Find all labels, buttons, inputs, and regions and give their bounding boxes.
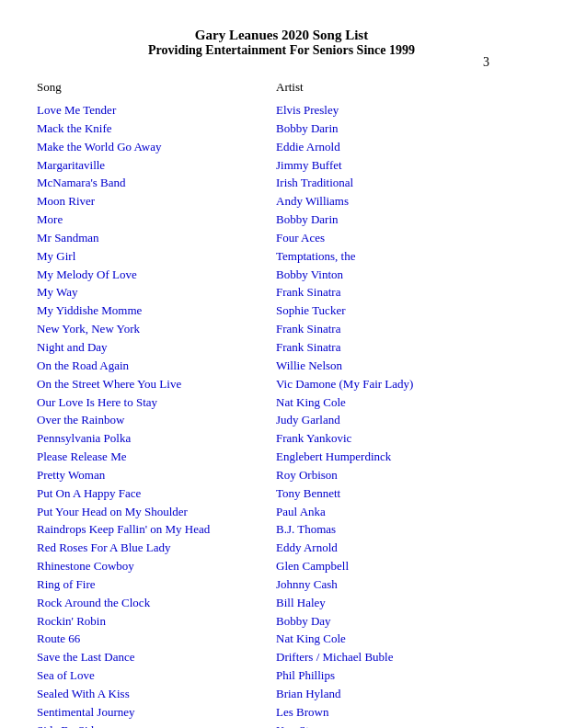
artist-name: Frank Sinatra [276, 339, 526, 357]
table-row: Moon RiverAndy Williams [37, 193, 526, 210]
song-name: Route 66 [37, 631, 276, 648]
artist-name: Paul Anka [276, 504, 526, 521]
artist-name: Brian Hyland [276, 686, 526, 703]
artist-name: Bobby Darin [276, 211, 526, 229]
table-row: Pretty WomanRoy Orbison [37, 467, 526, 484]
song-name: Our Love Is Here to Stay [37, 394, 276, 412]
table-row: On the Street Where You LiveVic Damone (… [37, 376, 526, 393]
table-row: Sentimental JourneyLes Brown [37, 704, 526, 722]
table-row: MoreBobby Darin [37, 211, 526, 229]
table-row: Rock Around the ClockBill Haley [37, 595, 526, 612]
song-name: Rockin' Robin [37, 613, 276, 631]
artist-name: Eddy Arnold [276, 540, 526, 557]
song-name: Please Release Me [37, 449, 276, 466]
artist-name: Irish Traditional [276, 175, 526, 192]
song-name: Sealed With A Kiss [37, 686, 276, 703]
artist-name: Roy Orbison [276, 467, 526, 484]
song-name: My Way [37, 284, 276, 301]
table-row: McNamara's BandIrish Traditional [37, 175, 526, 192]
artist-name: Glen Campbell [276, 558, 526, 575]
artist-name: Bobby Darin [276, 120, 526, 138]
song-name: Pennsylvania Polka [37, 430, 276, 448]
table-row: New York, New YorkFrank Sinatra [37, 321, 526, 338]
song-list: Love Me TenderElvis PresleyMack the Knif… [37, 102, 526, 728]
table-row: Put Your Head on My ShoulderPaul Anka [37, 504, 526, 521]
table-row: Night and DayFrank Sinatra [37, 339, 526, 357]
artist-name: Drifters / Michael Buble [276, 649, 526, 666]
song-name: Ring of Fire [37, 576, 276, 594]
song-name: Sentimental Journey [37, 704, 276, 722]
song-column-header: Song [37, 80, 276, 95]
page-header: Gary Leanues 2020 Song List Providing En… [37, 28, 526, 58]
song-name: Pretty Woman [37, 467, 276, 484]
song-name: Over the Rainbow [37, 412, 276, 429]
table-row: Make the World Go AwayEddie Arnold [37, 139, 526, 156]
song-name: On the Road Again [37, 358, 276, 375]
table-row: Ring of FireJohnny Cash [37, 576, 526, 594]
table-row: Mr SandmanFour Aces [37, 230, 526, 247]
song-name: On the Street Where You Live [37, 376, 276, 393]
table-row: Please Release MeEnglebert Humperdinck [37, 449, 526, 466]
page-title: Gary Leanues 2020 Song List [37, 28, 526, 43]
artist-name: Eddie Arnold [276, 139, 526, 156]
table-row: Mack the KnifeBobby Darin [37, 120, 526, 138]
song-name: Rock Around the Clock [37, 595, 276, 612]
artist-name: Frank Yankovic [276, 430, 526, 448]
table-row: Save the Last DanceDrifters / Michael Bu… [37, 649, 526, 666]
artist-name: Bobby Day [276, 613, 526, 631]
song-name: My Melody Of Love [37, 267, 276, 284]
song-name: Save the Last Dance [37, 649, 276, 666]
artist-name: Temptations, the [276, 248, 526, 266]
song-name: Love Me Tender [37, 102, 276, 119]
page-number: 3 [483, 55, 489, 70]
artist-name: Nat King Cole [276, 394, 526, 412]
table-row: Rockin' RobinBobby Day [37, 613, 526, 631]
song-name: Rhinestone Cowboy [37, 558, 276, 575]
table-row: My WayFrank Sinatra [37, 284, 526, 301]
artist-name: Les Brown [276, 704, 526, 722]
table-row: Route 66Nat King Cole [37, 631, 526, 648]
artist-name: B.J. Thomas [276, 521, 526, 539]
song-name: Put On A Happy Face [37, 485, 276, 503]
song-name: Margaritaville [37, 157, 276, 175]
page-subtitle: Providing Entertainment For Seniors Sinc… [37, 43, 526, 58]
artist-name: Bill Haley [276, 595, 526, 612]
artist-name: Jimmy Buffet [276, 157, 526, 175]
song-name: My Yiddishe Momme [37, 302, 276, 320]
table-row: MargaritavilleJimmy Buffet [37, 157, 526, 175]
table-row: On the Road AgainWillie Nelson [37, 358, 526, 375]
artist-name: Johnny Cash [276, 576, 526, 594]
song-name: McNamara's Band [37, 175, 276, 192]
artist-name: Willie Nelson [276, 358, 526, 375]
table-row: Side By SideKay Starr [37, 722, 526, 728]
song-name: Night and Day [37, 339, 276, 357]
artist-name: Andy Williams [276, 193, 526, 210]
table-row: Sea of LovePhil Phillips [37, 667, 526, 685]
artist-name: Bobby Vinton [276, 267, 526, 284]
song-name: Moon River [37, 193, 276, 210]
table-row: Love Me TenderElvis Presley [37, 102, 526, 119]
song-name: Raindrops Keep Fallin' on My Head [37, 521, 276, 539]
table-row: Raindrops Keep Fallin' on My HeadB.J. Th… [37, 521, 526, 539]
table-row: Put On A Happy FaceTony Bennett [37, 485, 526, 503]
artist-name: Frank Sinatra [276, 321, 526, 338]
song-name: Side By Side [37, 722, 276, 728]
song-name: Mack the Knife [37, 120, 276, 138]
song-name: Make the World Go Away [37, 139, 276, 156]
artist-name: Tony Bennett [276, 485, 526, 503]
artist-name: Nat King Cole [276, 631, 526, 648]
table-row: My Yiddishe MommeSophie Tucker [37, 302, 526, 320]
song-name: Mr Sandman [37, 230, 276, 247]
table-row: My Melody Of LoveBobby Vinton [37, 267, 526, 284]
table-row: Red Roses For A Blue LadyEddy Arnold [37, 540, 526, 557]
song-name: Red Roses For A Blue Lady [37, 540, 276, 557]
table-row: Our Love Is Here to StayNat King Cole [37, 394, 526, 412]
table-row: Over the RainbowJudy Garland [37, 412, 526, 429]
table-row: Sealed With A KissBrian Hyland [37, 686, 526, 703]
song-name: Sea of Love [37, 667, 276, 685]
artist-name: Judy Garland [276, 412, 526, 429]
table-row: My GirlTemptations, the [37, 248, 526, 266]
song-name: My Girl [37, 248, 276, 266]
artist-name: Phil Phillips [276, 667, 526, 685]
artist-column-header: Artist [276, 80, 526, 95]
